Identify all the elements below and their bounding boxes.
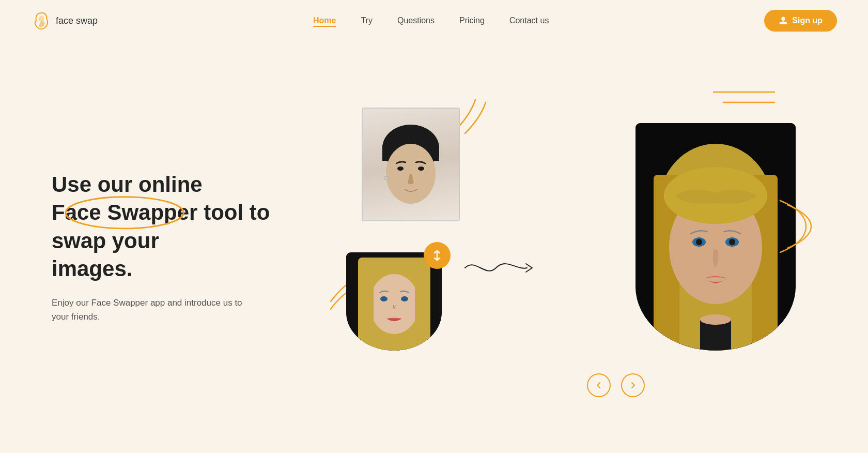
main-content: Use our online Face Swapper tool to swap…	[0, 41, 868, 453]
source-image-top	[362, 108, 460, 221]
next-button[interactable]	[621, 373, 645, 397]
nav-item-home[interactable]: Home	[313, 16, 336, 25]
highlight-oval	[47, 194, 203, 231]
male-face-svg	[369, 117, 452, 220]
nav-item-pricing[interactable]: Pricing	[459, 16, 485, 25]
nav-item-contact[interactable]: Contact us	[509, 16, 549, 25]
swap-button[interactable]	[424, 242, 451, 269]
svg-rect-11	[415, 278, 430, 351]
svg-point-0	[66, 197, 183, 229]
headline-highlight-wrapper: Face Swapper	[52, 199, 197, 227]
arc-decoration-result	[775, 195, 816, 258]
chevron-left-icon	[595, 381, 603, 389]
deco-lines-top-right	[713, 82, 775, 113]
nav-link-pricing[interactable]: Pricing	[459, 16, 485, 25]
svg-point-12	[380, 296, 388, 301]
nav-item-questions[interactable]: Questions	[397, 16, 435, 25]
nav-link-questions[interactable]: Questions	[397, 16, 435, 25]
nav-link-try[interactable]: Try	[361, 16, 373, 25]
nav-menu: Home Try Questions Pricing Contact us	[313, 16, 549, 25]
hero-subtext: Enjoy our Face Swapper app and introduce…	[52, 296, 248, 324]
user-icon	[779, 16, 788, 25]
squiggle-arrow	[460, 252, 537, 283]
headline-line1: Use our online	[52, 172, 203, 197]
svg-point-4	[397, 167, 404, 171]
chevron-right-icon	[629, 381, 637, 389]
svg-rect-10	[358, 278, 374, 351]
carousel-nav	[587, 373, 645, 397]
logo-text: face swap	[56, 16, 98, 26]
hero-headline: Use our online Face Swapper tool to swap…	[52, 171, 300, 283]
svg-point-9	[369, 274, 419, 334]
logo[interactable]: face swap	[31, 10, 98, 31]
logo-icon	[31, 10, 52, 31]
navbar: face swap Home Try Questions Pricing Con…	[0, 0, 868, 41]
prev-button[interactable]	[587, 373, 611, 397]
result-image	[636, 123, 796, 351]
visual-section	[300, 92, 827, 402]
hero-text: Use our online Face Swapper tool to swap…	[52, 171, 300, 324]
result-face-svg	[643, 133, 788, 351]
svg-point-13	[401, 296, 408, 301]
source-image-bottom	[346, 252, 442, 351]
swap-icon	[430, 249, 444, 262]
svg-point-6	[384, 176, 388, 179]
nav-link-home[interactable]: Home	[313, 16, 336, 27]
female-face-small-svg	[353, 258, 436, 351]
svg-point-23	[696, 239, 702, 245]
signup-button[interactable]: Sign up	[764, 10, 837, 32]
svg-point-5	[418, 167, 424, 171]
svg-point-26	[700, 314, 731, 325]
svg-point-24	[729, 239, 735, 245]
nav-link-contact[interactable]: Contact us	[509, 16, 549, 25]
nav-item-try[interactable]: Try	[361, 16, 373, 25]
